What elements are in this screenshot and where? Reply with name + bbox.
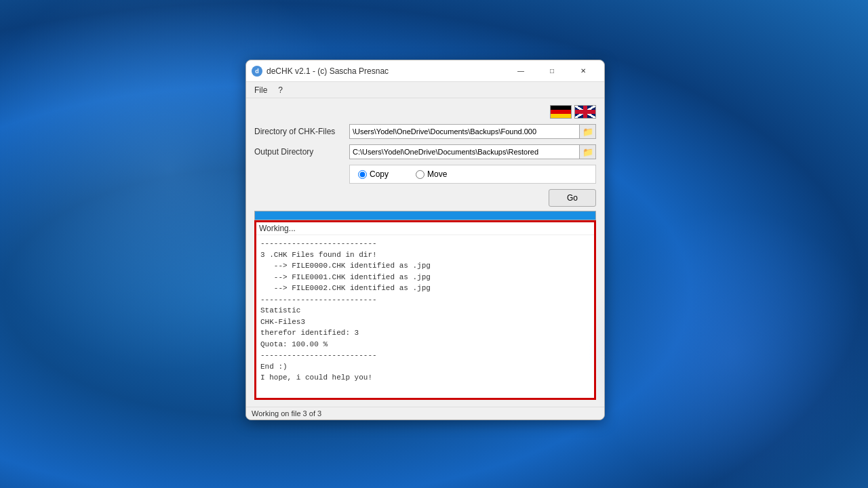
output-directory-label: Output Directory bbox=[254, 147, 349, 157]
window-title: deCHK v2.1 - (c) Sascha Presnac bbox=[267, 66, 505, 76]
copy-radio[interactable] bbox=[358, 170, 367, 179]
output-directory-row: Output Directory 📁 bbox=[254, 144, 596, 159]
log-line: 3 .CHK Files found in dir! bbox=[260, 249, 590, 261]
menu-file[interactable]: File bbox=[249, 84, 273, 96]
output-directory-input[interactable] bbox=[349, 144, 580, 159]
log-line: CHK-Files3 bbox=[260, 317, 590, 328]
title-bar: d deCHK v2.1 - (c) Sascha Presnac — □ ✕ bbox=[246, 60, 604, 82]
desktop: d deCHK v2.1 - (c) Sascha Presnac — □ ✕ … bbox=[0, 0, 868, 488]
menu-bar: File ? bbox=[246, 82, 604, 98]
progress-bar-container bbox=[254, 211, 596, 220]
copy-move-options: Copy Move bbox=[349, 165, 596, 184]
german-flag-button[interactable] bbox=[550, 105, 572, 119]
close-button[interactable]: ✕ bbox=[568, 60, 599, 82]
output-directory-input-wrap: 📁 bbox=[349, 144, 596, 159]
chk-browse-button[interactable]: 📁 bbox=[580, 124, 596, 139]
app-icon: d bbox=[252, 66, 262, 77]
english-flag-button[interactable] bbox=[574, 105, 596, 119]
chk-directory-row: Directory of CHK-Files 📁 bbox=[254, 124, 596, 139]
progress-bar-fill bbox=[255, 211, 595, 220]
log-header: Working... bbox=[256, 222, 594, 235]
go-button[interactable]: Go bbox=[549, 189, 596, 207]
log-line: --> FILE0001.CHK identified as .jpg bbox=[260, 272, 590, 283]
minimize-button[interactable]: — bbox=[505, 60, 536, 82]
output-browse-button[interactable]: 📁 bbox=[580, 144, 596, 159]
window-controls: — □ ✕ bbox=[505, 60, 599, 82]
log-line: End :) bbox=[260, 361, 590, 373]
log-line: Quota: 100.00 % bbox=[260, 339, 590, 350]
go-row: Go bbox=[254, 189, 596, 207]
chk-directory-input[interactable] bbox=[349, 124, 580, 139]
log-line: --> FILE0002.CHK identified as .jpg bbox=[260, 283, 590, 294]
log-line: -------------------------- bbox=[260, 238, 590, 249]
chk-directory-label: Directory of CHK-Files bbox=[254, 127, 349, 136]
log-line: therefor identified: 3 bbox=[260, 327, 590, 339]
log-content[interactable]: -------------------------- 3 .CHK Files … bbox=[256, 235, 594, 398]
log-line: --> FILE0000.CHK identified as .jpg bbox=[260, 260, 590, 272]
language-selector bbox=[254, 105, 596, 119]
status-text: Working on file 3 of 3 bbox=[252, 409, 321, 418]
application-window: d deCHK v2.1 - (c) Sascha Presnac — □ ✕ … bbox=[245, 60, 605, 420]
chk-directory-input-wrap: 📁 bbox=[349, 124, 596, 139]
copy-label: Copy bbox=[370, 169, 389, 179]
copy-option[interactable]: Copy bbox=[358, 169, 389, 179]
log-area: Working... -------------------------- 3 … bbox=[254, 220, 596, 400]
log-line: -------------------------- bbox=[260, 350, 590, 361]
log-line: I hope, i could help you! bbox=[260, 372, 590, 384]
move-radio[interactable] bbox=[416, 170, 425, 179]
move-label: Move bbox=[427, 169, 447, 179]
status-bar: Working on file 3 of 3 bbox=[246, 407, 604, 420]
main-content: Directory of CHK-Files 📁 Output Director… bbox=[246, 98, 604, 407]
move-option[interactable]: Move bbox=[416, 169, 447, 179]
maximize-button[interactable]: □ bbox=[536, 60, 568, 82]
log-line: Statistic bbox=[260, 305, 590, 317]
log-line: -------------------------- bbox=[260, 294, 590, 306]
menu-help[interactable]: ? bbox=[273, 84, 288, 96]
